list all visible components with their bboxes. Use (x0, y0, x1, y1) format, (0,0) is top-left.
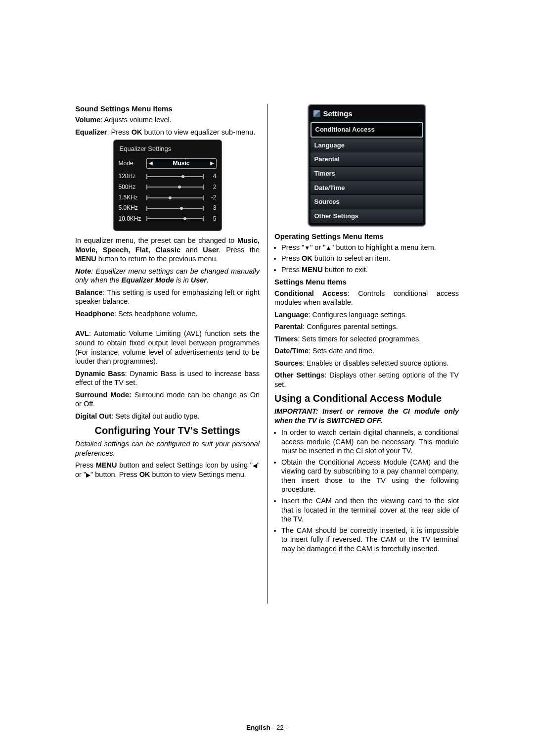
chevron-left-icon: ◀ (149, 160, 153, 167)
equalizer-mode-value: Music (153, 160, 210, 167)
equalizer-band-slider (146, 185, 204, 189)
settings-osd-title-bar: Settings (311, 107, 423, 121)
equalizer-band-label: 120Hz (119, 173, 142, 180)
settings-osd-title: Settings (323, 109, 353, 118)
settings-osd-item: Language (311, 139, 423, 153)
equalizer-desc: Equalizer: Press OK button to view equal… (75, 128, 260, 137)
equalizer-band-value: 5 (208, 215, 217, 223)
volume-label: Volume (75, 116, 100, 124)
settings-osd-item: Date/Time (311, 181, 423, 195)
settings-menu-item-desc: Conditional Access: Controls conditional… (274, 289, 459, 307)
list-item: Obtain the Conditional Access Module (CA… (281, 458, 459, 494)
list-item: Press OK button to select an item. (281, 254, 459, 263)
conditional-access-heading: Using a Conditional Access Module (274, 392, 459, 405)
footer-page-number: 22 (276, 724, 284, 731)
list-item: The CAM should be correctly inserted, it… (281, 526, 459, 554)
settings-menu-items-heading: Settings Menu Items (274, 277, 459, 286)
settings-osd-items: Conditional AccessLanguageParentalTimers… (311, 122, 423, 223)
equalizer-band-label: 10.0KHz (119, 215, 142, 223)
detailed-settings-intro: Detailed settings can be configured to s… (75, 439, 260, 458)
chevron-right-icon: ▶ (210, 160, 214, 167)
equalizer-band-label: 5.0KHz (119, 204, 142, 212)
operating-settings-bullets: Press "▼" or "▲" button to highlight a m… (274, 243, 459, 275)
equalizer-band-row: 1.5KHz-2 (119, 194, 217, 201)
equalizer-presets-para: In equalizer menu, the preset can be cha… (75, 236, 260, 264)
equalizer-mode-selector: ◀ Music ▶ (146, 158, 217, 169)
equalizer-band-row: 120Hz4 (119, 173, 217, 180)
settings-menu-item-desc: Parental: Configures parental settings. (274, 322, 459, 331)
settings-menu-item-desc: Sources: Enables or disables selected so… (274, 359, 459, 368)
equalizer-bands: 120Hz4500Hz21.5KHz-25.0KHz310.0KHz5 (119, 173, 217, 223)
equalizer-note: Note: Equalizer menu settings can be cha… (75, 267, 260, 285)
settings-menu-items-list: Conditional Access: Controls conditional… (274, 289, 459, 389)
settings-menu-item-desc: Other Settings: Displays other setting o… (274, 371, 459, 389)
equalizer-band-row: 500Hz2 (119, 184, 217, 191)
list-item: Press MENU button to exit. (281, 265, 459, 275)
equalizer-band-slider (146, 206, 204, 211)
list-item: Press "▼" or "▲" button to highlight a m… (281, 243, 459, 252)
equalizer-band-row: 10.0KHz5 (119, 215, 217, 223)
equalizer-band-label: 1.5KHz (119, 194, 142, 201)
volume-desc: Volume: Adjusts volume level. (75, 115, 260, 125)
settings-menu-item-desc: Language: Configures language settings. (274, 310, 459, 320)
press-menu-instruction: Press MENU button and select Settings ic… (75, 461, 260, 479)
dynbass-desc: Dynamic Bass: Dynamic Bass is used to in… (75, 369, 260, 387)
equalizer-osd: Equalizer Settings Mode ◀ Music ▶ 120Hz4… (113, 140, 222, 231)
equalizer-band-slider (146, 216, 204, 221)
conditional-access-bullets: In order to watch certain digital channe… (274, 428, 459, 553)
triangle-left-icon: ◀ (253, 463, 257, 469)
equalizer-mode-row: Mode ◀ Music ▶ (119, 158, 217, 169)
settings-menu-item-desc: Date/Time: Sets date and time. (274, 346, 459, 356)
equalizer-osd-title: Equalizer Settings (120, 145, 217, 153)
equalizer-label: Equalizer (75, 128, 107, 136)
list-item: In order to watch certain digital channe… (281, 428, 459, 456)
surround-desc: Surround Mode: Surround mode can be chan… (75, 390, 260, 409)
headphone-desc: Headphone: Sets headphone volume. (75, 309, 260, 319)
equalizer-band-value: 4 (208, 173, 217, 180)
configuring-settings-heading: Configuring Your TV's Settings (75, 425, 260, 437)
settings-osd-item: Conditional Access (311, 122, 423, 138)
settings-osd: Settings Conditional AccessLanguageParen… (308, 104, 426, 227)
settings-menu-item-desc: Timers: Sets timers for selected program… (274, 334, 459, 344)
important-note: IMPORTANT: Insert or remove the CI modul… (274, 407, 459, 425)
footer-language: English (246, 724, 270, 731)
list-item: Insert the CAM and then the viewing card… (281, 496, 459, 524)
two-column-body: Sound Settings Menu Items Volume: Adjust… (75, 104, 459, 604)
manual-page: Sound Settings Menu Items Volume: Adjust… (0, 0, 534, 756)
equalizer-band-value: 3 (208, 204, 217, 212)
settings-osd-item: Timers (311, 167, 423, 181)
equalizer-band-slider (146, 195, 204, 200)
settings-osd-item: Sources (311, 195, 423, 209)
digitalout-desc: Digital Out: Sets digital out audio type… (75, 412, 260, 421)
sound-settings-heading: Sound Settings Menu Items (75, 104, 260, 113)
equalizer-band-slider (146, 174, 204, 179)
equalizer-mode-label: Mode (119, 160, 142, 167)
operating-settings-heading: Operating Settings Menu Items (274, 232, 459, 241)
triangle-right-icon: ▶ (86, 472, 90, 478)
equalizer-band-value: -2 (208, 194, 217, 201)
balance-desc: Balance: This setting is used for emphas… (75, 288, 260, 306)
page-footer: English - 22 - (0, 724, 534, 731)
settings-osd-item: Other Settings (311, 209, 423, 224)
triangle-down-icon: ▼ (304, 245, 310, 251)
equalizer-band-row: 5.0KHz3 (119, 204, 217, 212)
triangle-up-icon: ▲ (325, 245, 331, 251)
equalizer-band-label: 500Hz (119, 184, 142, 191)
avl-desc: AVL: Automatic Volume Limiting (AVL) fun… (75, 329, 260, 366)
settings-osd-item: Parental (311, 152, 423, 167)
equalizer-band-value: 2 (208, 184, 217, 191)
settings-icon (313, 110, 320, 117)
